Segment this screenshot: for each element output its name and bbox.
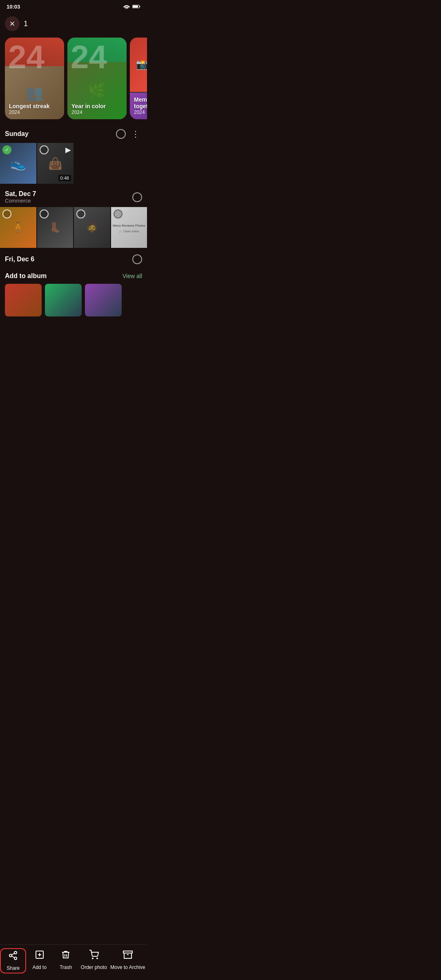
photo-thumb-screenshot[interactable]: Menu Reviews Photos 🛒 Order online: [111, 207, 147, 248]
section-title-sat-dec7: Sat, Dec 7: [5, 190, 36, 198]
memory-year-longest-streak: 2024: [9, 109, 60, 115]
album-thumb-2[interactable]: [45, 284, 82, 316]
memory-year-memories-together: 2024: [134, 109, 147, 115]
select-circle-sat-dec7[interactable]: [132, 192, 142, 202]
selection-count: 1: [24, 20, 28, 28]
memory-card-memories-together[interactable]: 📸 Memories together 2024: [130, 38, 147, 119]
section-header-fri-dec6: Fri, Dec 6: [0, 249, 147, 267]
card-overlay-2: Year in color 2024: [67, 38, 127, 119]
memory-title-year-in-color: Year in color: [71, 103, 122, 109]
section-subtitle-sat-dec7: Commerce: [5, 198, 36, 204]
section-actions-fri-dec6: [132, 254, 142, 264]
photo-select-shoes[interactable]: [2, 145, 11, 154]
photo-thumb-portrait[interactable]: 🧔: [74, 207, 110, 248]
battery-icon: [132, 4, 140, 9]
select-circle-fri-dec6[interactable]: [132, 254, 142, 264]
section-header-sunday: Sunday ⋮: [0, 122, 147, 143]
memory-title-memories-together: Memories together: [134, 96, 147, 109]
select-circle-sunday[interactable]: [116, 129, 126, 139]
status-time: 10:03: [7, 4, 20, 10]
album-thumbs: [5, 284, 142, 316]
memory-card-year-in-color[interactable]: 24 🌿 Year in color 2024: [67, 38, 127, 119]
wifi-icon: [123, 4, 130, 9]
photo-thumb-market[interactable]: 🧍: [0, 207, 36, 248]
more-options-sunday[interactable]: ⋮: [129, 128, 142, 140]
section-actions-sunday: ⋮: [116, 128, 142, 140]
add-album-section: Add to album View all: [0, 267, 147, 319]
photo-grid-sunday: 👟 ▶ 👜 0:48: [0, 143, 147, 185]
video-duration: 0:48: [58, 175, 71, 181]
section-header-sat-dec7: Sat, Dec 7 Commerce: [0, 185, 147, 207]
add-album-title: Add to album: [5, 272, 47, 280]
photo-thumb-boots[interactable]: 👢: [37, 207, 74, 248]
photo-select-boots[interactable]: [40, 209, 49, 218]
play-icon: ▶: [65, 145, 71, 154]
section-title-fri-dec6: Fri, Dec 6: [5, 256, 34, 263]
photo-thumb-bag[interactable]: ▶ 👜 0:48: [37, 143, 74, 184]
photo-select-bag[interactable]: [40, 145, 49, 154]
memory-title-longest-streak: Longest streak: [9, 103, 60, 109]
add-album-header: Add to album View all: [5, 272, 142, 280]
memories-row: 24 👥 Longest streak 2024 24 🌿 Year in co…: [0, 34, 147, 122]
view-all-link[interactable]: View all: [122, 273, 142, 279]
photo-select-screenshot[interactable]: [114, 209, 122, 218]
svg-rect-3: [139, 6, 140, 7]
card-overlay: Longest streak 2024: [5, 38, 64, 119]
section-actions-sat-dec7: [132, 192, 142, 202]
card-overlay-3: Memories together 2024: [130, 38, 147, 119]
section-title-sunday: Sunday: [5, 130, 29, 138]
svg-point-0: [126, 9, 127, 9]
status-icons: [123, 4, 140, 9]
top-bar: 1: [0, 13, 147, 34]
svg-rect-2: [133, 6, 138, 8]
photo-thumb-shoes[interactable]: 👟: [0, 143, 36, 184]
status-bar: 10:03: [0, 0, 147, 13]
memory-card-longest-streak[interactable]: 24 👥 Longest streak 2024: [5, 38, 64, 119]
close-selection-button[interactable]: [5, 16, 20, 31]
memory-year-year-in-color: 2024: [71, 109, 122, 115]
photo-select-market[interactable]: [2, 209, 11, 218]
album-thumb-3[interactable]: [85, 284, 122, 316]
photo-grid-sat-dec7: 🧍 👢 🧔 Menu Reviews Photos 🛒 Order online: [0, 207, 147, 249]
album-thumb-1[interactable]: [5, 284, 42, 316]
photo-select-portrait[interactable]: [76, 209, 85, 218]
